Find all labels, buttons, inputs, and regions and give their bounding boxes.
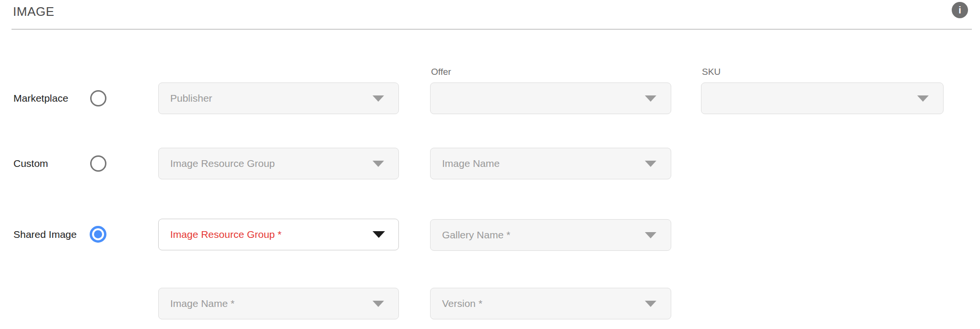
info-icon-glyph: i — [958, 5, 961, 16]
publisher-placeholder: Publisher — [170, 93, 212, 104]
chevron-down-icon — [917, 95, 929, 102]
shared-image-name-placeholder: Image Name * — [170, 298, 234, 309]
custom-image-resource-group-placeholder: Image Resource Group — [170, 158, 275, 169]
chevron-down-icon — [373, 231, 385, 238]
gallery-name-placeholder: Gallery Name * — [442, 229, 510, 241]
chevron-down-icon — [373, 301, 384, 307]
publisher-dropdown[interactable]: Publisher — [158, 82, 399, 114]
radio-marketplace[interactable] — [90, 90, 106, 106]
chevron-down-icon — [645, 232, 656, 238]
offer-label: Offer — [431, 67, 451, 77]
chevron-down-icon — [373, 95, 384, 102]
custom-image-name-dropdown[interactable]: Image Name — [430, 148, 671, 179]
radio-label-marketplace: Marketplace — [13, 90, 68, 106]
offer-dropdown[interactable] — [430, 82, 671, 114]
radio-label-custom: Custom — [13, 155, 48, 172]
chevron-down-icon — [373, 161, 384, 167]
chevron-down-icon — [645, 301, 656, 307]
radio-label-shared-image: Shared Image — [13, 226, 77, 243]
shared-image-resource-group-placeholder: Image Resource Group * — [170, 229, 281, 240]
chevron-down-icon — [645, 161, 656, 167]
version-placeholder: Version * — [442, 298, 482, 309]
shared-image-resource-group-dropdown[interactable]: Image Resource Group * — [158, 219, 399, 250]
custom-image-resource-group-dropdown[interactable]: Image Resource Group — [158, 148, 399, 179]
image-form-section: IMAGE i Marketplace Publisher Offer SKU … — [0, 0, 980, 329]
sku-label: SKU — [702, 67, 721, 77]
section-divider — [12, 29, 972, 30]
sku-dropdown[interactable] — [701, 82, 944, 114]
section-title: IMAGE — [13, 4, 54, 19]
gallery-name-dropdown[interactable]: Gallery Name * — [430, 219, 671, 251]
radio-custom[interactable] — [90, 155, 106, 172]
info-icon[interactable]: i — [952, 2, 968, 18]
radio-shared-image[interactable] — [90, 226, 106, 243]
version-dropdown[interactable]: Version * — [430, 288, 671, 319]
shared-image-name-dropdown[interactable]: Image Name * — [158, 288, 399, 319]
chevron-down-icon — [645, 95, 656, 102]
custom-image-name-placeholder: Image Name — [442, 158, 500, 169]
